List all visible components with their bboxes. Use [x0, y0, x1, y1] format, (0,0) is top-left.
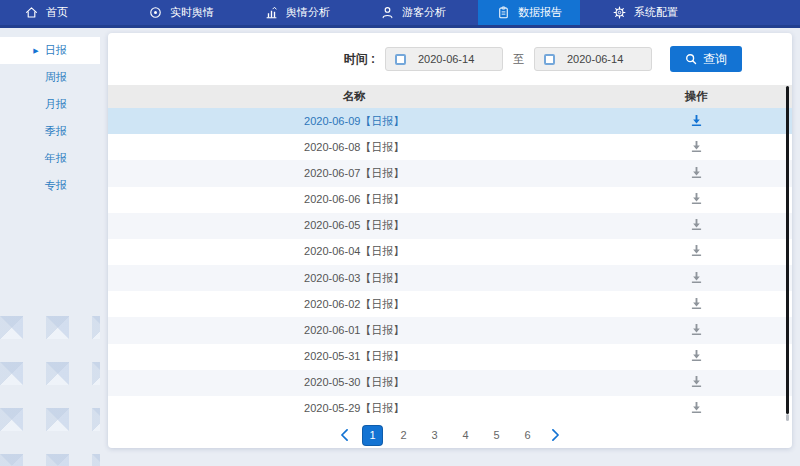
nav-item-data-report[interactable]: 数据报告	[478, 0, 580, 25]
2020-06-02【日报】[interactable]: 2020-06-02【日报】	[108, 291, 792, 317]
2020-06-04【日报】[interactable]: 2020-06-04【日报】	[108, 239, 792, 265]
2020-06-06【日报】[interactable]: 2020-06-06【日报】	[108, 187, 792, 213]
sidebar-item-label: 日报	[45, 43, 67, 58]
active-pointer-icon: ▶	[33, 47, 38, 54]
page-number[interactable]: 5	[487, 426, 506, 445]
chevron-left-icon[interactable]	[338, 427, 351, 443]
sidebar-item-label: 周报	[45, 70, 67, 85]
date-to-input[interactable]: 2020-06-14	[534, 47, 652, 71]
calendar-icon	[395, 54, 406, 65]
sidebar-item-weekly-report[interactable]: ▶ 周报	[0, 64, 100, 91]
sidebar-item-monthly-report[interactable]: ▶ 月报	[0, 91, 100, 118]
gear-icon	[612, 5, 627, 20]
column-header-name: 名称	[108, 89, 600, 104]
page-number[interactable]: 6	[518, 426, 537, 445]
main-content: 时间 : 2020-06-14 至 2020-06-14 查询	[100, 28, 800, 466]
sidebar-item-label: 月报	[45, 97, 67, 112]
nav-item-visitor-analysis[interactable]: 游客分析	[362, 0, 464, 25]
sidebar-item-label: 季报	[45, 124, 67, 139]
home-icon	[24, 5, 39, 20]
to-label: 至	[513, 52, 524, 67]
nav-item-label: 首页	[46, 5, 68, 20]
download-icon[interactable]	[690, 218, 703, 231]
sidebar-decoration-pattern	[0, 316, 100, 466]
report-name: 2020-06-05【日报】	[108, 218, 600, 233]
calendar-icon	[544, 54, 555, 65]
sidebar-item-daily-report[interactable]: ▶ 日报	[0, 37, 100, 64]
2020-05-29【日报】[interactable]: 2020-05-29【日报】	[108, 396, 792, 422]
report-name: 2020-06-08【日报】	[108, 140, 600, 155]
nav-item-label: 舆情分析	[286, 5, 330, 20]
report-name: 2020-06-04【日报】	[108, 244, 600, 259]
sidebar-item-quarterly-report[interactable]: ▶ 季报	[0, 118, 100, 145]
download-icon[interactable]	[690, 166, 703, 179]
table-header: 名称 操作	[108, 85, 792, 108]
table-body: 2020-06-09【日报】 2020-06-08【日报】	[108, 108, 792, 422]
date-from-input[interactable]: 2020-06-14	[385, 47, 503, 71]
page-body: ▶ 日报 ▶ 周报 ▶ 月报 ▶ 季报 ▶ 年报	[0, 28, 800, 466]
2020-06-09【日报】[interactable]: 2020-06-09【日报】	[108, 108, 792, 134]
report-name: 2020-06-07【日报】	[108, 166, 600, 181]
download-icon[interactable]	[690, 349, 703, 362]
2020-05-30【日报】[interactable]: 2020-05-30【日报】	[108, 370, 792, 396]
nav-item-label: 数据报告	[518, 5, 562, 20]
page-number[interactable]: 3	[425, 426, 444, 445]
nav-item-label: 游客分析	[402, 5, 446, 20]
table-scrollbar[interactable]	[786, 86, 789, 414]
nav-item-sentiment-analysis[interactable]: 舆情分析	[246, 0, 348, 25]
sidebar-item-special-report[interactable]: ▶ 专报	[0, 172, 100, 199]
pagination: 1 2 3 4 5 6	[108, 422, 792, 448]
download-icon[interactable]	[690, 375, 703, 388]
report-name: 2020-06-06【日报】	[108, 192, 600, 207]
top-navbar: 首页 实时舆情 舆情分析 游客分析 数据报告 系统配置	[0, 0, 800, 28]
sidebar-item-annual-report[interactable]: ▶ 年报	[0, 145, 100, 172]
eye-icon	[148, 5, 163, 20]
nav-item-label: 系统配置	[634, 5, 678, 20]
2020-06-08【日报】[interactable]: 2020-06-08【日报】	[108, 134, 792, 160]
sidebar-item-label: 年报	[45, 151, 67, 166]
report-name: 2020-06-03【日报】	[108, 271, 600, 286]
sidebar: ▶ 日报 ▶ 周报 ▶ 月报 ▶ 季报 ▶ 年报	[0, 28, 100, 466]
user-icon	[380, 5, 395, 20]
chart-icon	[264, 5, 279, 20]
page-number[interactable]: 2	[394, 426, 413, 445]
nav-item-label: 实时舆情	[170, 5, 214, 20]
report-name: 2020-05-30【日报】	[108, 375, 600, 390]
query-button[interactable]: 查询	[670, 46, 742, 72]
chevron-right-icon[interactable]	[549, 427, 562, 443]
sidebar-item-label: 专报	[45, 178, 67, 193]
report-card: 时间 : 2020-06-14 至 2020-06-14 查询	[108, 33, 792, 448]
download-icon[interactable]	[690, 297, 703, 310]
2020-06-07【日报】[interactable]: 2020-06-07【日报】	[108, 160, 792, 186]
report-icon	[496, 5, 511, 20]
report-name: 2020-05-29【日报】	[108, 401, 600, 416]
download-icon[interactable]	[690, 323, 703, 336]
2020-06-03【日报】[interactable]: 2020-06-03【日报】	[108, 265, 792, 291]
report-table: 名称 操作 2020-06-09【日报】	[108, 85, 792, 422]
page-number[interactable]: 1	[363, 426, 382, 445]
2020-06-01【日报】[interactable]: 2020-06-01【日报】	[108, 317, 792, 343]
download-icon[interactable]	[690, 271, 703, 284]
nav-item-realtime-sentiment[interactable]: 实时舆情	[130, 0, 232, 25]
page-number[interactable]: 4	[456, 426, 475, 445]
2020-06-05【日报】[interactable]: 2020-06-05【日报】	[108, 213, 792, 239]
report-name: 2020-06-01【日报】	[108, 323, 600, 338]
report-name: 2020-05-31【日报】	[108, 349, 600, 364]
time-label: 时间 :	[344, 51, 375, 68]
search-icon	[685, 53, 697, 65]
download-icon[interactable]	[690, 140, 703, 153]
download-icon[interactable]	[690, 114, 703, 127]
nav-item-system-config[interactable]: 系统配置	[594, 0, 696, 25]
column-header-ops: 操作	[600, 89, 792, 104]
nav-item-home[interactable]: 首页	[6, 0, 86, 25]
download-icon[interactable]	[690, 192, 703, 205]
download-icon[interactable]	[690, 244, 703, 257]
report-name: 2020-06-02【日报】	[108, 297, 600, 312]
filter-bar: 时间 : 2020-06-14 至 2020-06-14 查询	[108, 33, 792, 85]
date-to-value: 2020-06-14	[567, 53, 623, 65]
download-icon[interactable]	[690, 401, 703, 414]
date-from-value: 2020-06-14	[418, 53, 474, 65]
query-button-label: 查询	[703, 51, 727, 68]
report-name: 2020-06-09【日报】	[108, 114, 600, 129]
2020-05-31【日报】[interactable]: 2020-05-31【日报】	[108, 344, 792, 370]
